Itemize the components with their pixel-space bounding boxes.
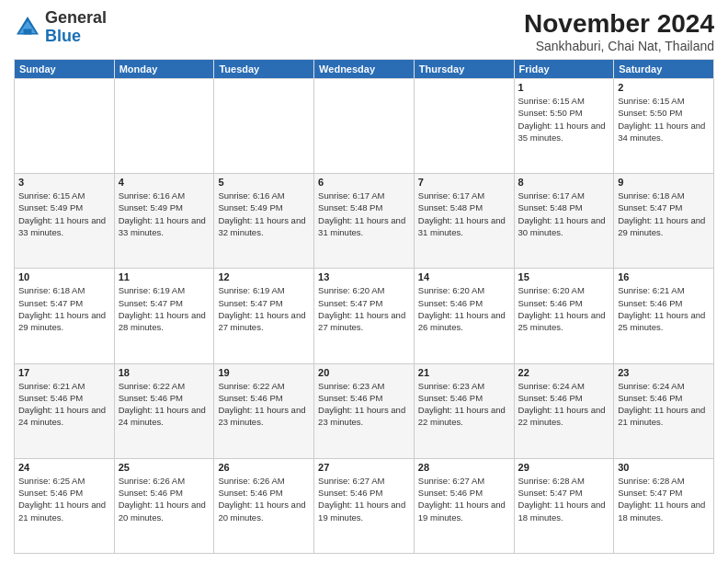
- day-info: Sunrise: 6:22 AM Sunset: 5:46 PM Dayligh…: [218, 380, 310, 429]
- day-info: Sunrise: 6:16 AM Sunset: 5:49 PM Dayligh…: [119, 190, 210, 238]
- day-number: 26: [218, 462, 310, 473]
- day-info: Sunrise: 6:20 AM Sunset: 5:46 PM Dayligh…: [518, 284, 610, 333]
- day-info: Sunrise: 6:15 AM Sunset: 5:49 PM Dayligh…: [18, 190, 110, 238]
- day-cell: 7Sunrise: 6:17 AM Sunset: 5:48 PM Daylig…: [414, 174, 514, 269]
- day-number: 21: [418, 367, 510, 378]
- day-cell: 1Sunrise: 6:15 AM Sunset: 5:50 PM Daylig…: [514, 79, 614, 174]
- day-cell: 27Sunrise: 6:27 AM Sunset: 5:46 PM Dayli…: [314, 458, 415, 553]
- day-info: Sunrise: 6:22 AM Sunset: 5:46 PM Dayligh…: [119, 380, 210, 429]
- logo-general: General: [45, 8, 107, 27]
- day-info: Sunrise: 6:19 AM Sunset: 5:47 PM Dayligh…: [218, 284, 310, 333]
- day-number: 11: [119, 271, 210, 282]
- week-row-2: 10Sunrise: 6:18 AM Sunset: 5:47 PM Dayli…: [15, 269, 714, 363]
- day-info: Sunrise: 6:18 AM Sunset: 5:47 PM Dayligh…: [18, 284, 110, 333]
- day-cell: 8Sunrise: 6:17 AM Sunset: 5:48 PM Daylig…: [514, 174, 614, 269]
- day-cell: 28Sunrise: 6:27 AM Sunset: 5:46 PM Dayli…: [414, 458, 514, 553]
- day-cell: 16Sunrise: 6:21 AM Sunset: 5:46 PM Dayli…: [614, 269, 714, 363]
- logo: General Blue: [14, 9, 107, 46]
- week-row-0: 1Sunrise: 6:15 AM Sunset: 5:50 PM Daylig…: [15, 79, 714, 174]
- day-number: 9: [618, 177, 710, 188]
- day-cell: 26Sunrise: 6:26 AM Sunset: 5:46 PM Dayli…: [214, 458, 314, 553]
- day-cell: 30Sunrise: 6:28 AM Sunset: 5:47 PM Dayli…: [614, 458, 714, 553]
- day-info: Sunrise: 6:17 AM Sunset: 5:48 PM Dayligh…: [418, 190, 510, 238]
- logo-blue: Blue: [45, 27, 81, 45]
- col-header-tuesday: Tuesday: [214, 60, 314, 79]
- day-cell: 29Sunrise: 6:28 AM Sunset: 5:47 PM Dayli…: [514, 458, 614, 553]
- day-info: Sunrise: 6:24 AM Sunset: 5:46 PM Dayligh…: [518, 380, 610, 429]
- day-info: Sunrise: 6:25 AM Sunset: 5:46 PM Dayligh…: [18, 475, 110, 523]
- day-number: 14: [418, 271, 510, 282]
- col-header-saturday: Saturday: [614, 60, 714, 79]
- day-info: Sunrise: 6:28 AM Sunset: 5:47 PM Dayligh…: [618, 475, 710, 523]
- day-number: 10: [18, 271, 110, 282]
- day-info: Sunrise: 6:17 AM Sunset: 5:48 PM Dayligh…: [318, 190, 410, 238]
- day-info: Sunrise: 6:26 AM Sunset: 5:46 PM Dayligh…: [218, 475, 310, 523]
- day-number: 25: [119, 462, 210, 473]
- day-cell: 13Sunrise: 6:20 AM Sunset: 5:47 PM Dayli…: [314, 269, 415, 363]
- calendar-header-row: SundayMondayTuesdayWednesdayThursdayFrid…: [15, 60, 714, 79]
- day-cell: 4Sunrise: 6:16 AM Sunset: 5:49 PM Daylig…: [114, 174, 214, 269]
- day-info: Sunrise: 6:21 AM Sunset: 5:46 PM Dayligh…: [18, 380, 110, 429]
- day-cell: 19Sunrise: 6:22 AM Sunset: 5:46 PM Dayli…: [214, 363, 314, 458]
- day-cell: 12Sunrise: 6:19 AM Sunset: 5:47 PM Dayli…: [214, 269, 314, 363]
- day-cell: 20Sunrise: 6:23 AM Sunset: 5:46 PM Dayli…: [314, 363, 415, 458]
- day-info: Sunrise: 6:17 AM Sunset: 5:48 PM Dayligh…: [518, 190, 610, 238]
- header: General Blue November 2024 Sankhaburi, C…: [14, 9, 714, 53]
- day-info: Sunrise: 6:20 AM Sunset: 5:47 PM Dayligh…: [318, 284, 410, 333]
- day-cell: 10Sunrise: 6:18 AM Sunset: 5:47 PM Dayli…: [15, 269, 115, 363]
- day-number: 7: [418, 177, 510, 188]
- subtitle: Sankhaburi, Chai Nat, Thailand: [524, 39, 714, 53]
- day-number: 15: [518, 271, 610, 282]
- day-info: Sunrise: 6:23 AM Sunset: 5:46 PM Dayligh…: [318, 380, 410, 429]
- day-cell: [314, 79, 415, 174]
- day-number: 13: [318, 271, 410, 282]
- day-cell: 3Sunrise: 6:15 AM Sunset: 5:49 PM Daylig…: [15, 174, 115, 269]
- day-cell: [214, 79, 314, 174]
- day-info: Sunrise: 6:27 AM Sunset: 5:46 PM Dayligh…: [418, 475, 510, 523]
- month-title: November 2024: [524, 9, 714, 39]
- day-number: 12: [218, 271, 310, 282]
- day-cell: 23Sunrise: 6:24 AM Sunset: 5:46 PM Dayli…: [614, 363, 714, 458]
- day-number: 23: [618, 367, 710, 378]
- day-number: 22: [518, 367, 610, 378]
- day-info: Sunrise: 6:15 AM Sunset: 5:50 PM Dayligh…: [618, 95, 710, 144]
- day-cell: 11Sunrise: 6:19 AM Sunset: 5:47 PM Dayli…: [114, 269, 214, 363]
- day-number: 1: [518, 82, 610, 93]
- day-number: 2: [618, 82, 710, 93]
- day-info: Sunrise: 6:19 AM Sunset: 5:47 PM Dayligh…: [119, 284, 210, 333]
- day-cell: 17Sunrise: 6:21 AM Sunset: 5:46 PM Dayli…: [15, 363, 115, 458]
- day-cell: 25Sunrise: 6:26 AM Sunset: 5:46 PM Dayli…: [114, 458, 214, 553]
- day-number: 8: [518, 177, 610, 188]
- day-number: 4: [119, 177, 210, 188]
- day-number: 30: [618, 462, 710, 473]
- title-block: November 2024 Sankhaburi, Chai Nat, Thai…: [524, 9, 714, 53]
- day-info: Sunrise: 6:20 AM Sunset: 5:46 PM Dayligh…: [418, 284, 510, 333]
- day-info: Sunrise: 6:26 AM Sunset: 5:46 PM Dayligh…: [119, 475, 210, 523]
- day-cell: 6Sunrise: 6:17 AM Sunset: 5:48 PM Daylig…: [314, 174, 415, 269]
- day-info: Sunrise: 6:23 AM Sunset: 5:46 PM Dayligh…: [418, 380, 510, 429]
- week-row-4: 24Sunrise: 6:25 AM Sunset: 5:46 PM Dayli…: [15, 458, 714, 553]
- day-cell: 24Sunrise: 6:25 AM Sunset: 5:46 PM Dayli…: [15, 458, 115, 553]
- day-number: 27: [318, 462, 410, 473]
- day-info: Sunrise: 6:16 AM Sunset: 5:49 PM Dayligh…: [218, 190, 310, 238]
- day-number: 28: [418, 462, 510, 473]
- col-header-thursday: Thursday: [414, 60, 514, 79]
- day-cell: 22Sunrise: 6:24 AM Sunset: 5:46 PM Dayli…: [514, 363, 614, 458]
- col-header-wednesday: Wednesday: [314, 60, 415, 79]
- svg-rect-2: [24, 29, 32, 34]
- day-cell: [114, 79, 214, 174]
- day-cell: 21Sunrise: 6:23 AM Sunset: 5:46 PM Dayli…: [414, 363, 514, 458]
- day-number: 24: [18, 462, 110, 473]
- day-cell: 18Sunrise: 6:22 AM Sunset: 5:46 PM Dayli…: [114, 363, 214, 458]
- day-info: Sunrise: 6:21 AM Sunset: 5:46 PM Dayligh…: [618, 284, 710, 333]
- calendar: SundayMondayTuesdayWednesdayThursdayFrid…: [14, 59, 714, 554]
- day-number: 6: [318, 177, 410, 188]
- week-row-1: 3Sunrise: 6:15 AM Sunset: 5:49 PM Daylig…: [15, 174, 714, 269]
- day-number: 3: [18, 177, 110, 188]
- day-cell: 14Sunrise: 6:20 AM Sunset: 5:46 PM Dayli…: [414, 269, 514, 363]
- day-cell: 15Sunrise: 6:20 AM Sunset: 5:46 PM Dayli…: [514, 269, 614, 363]
- logo-icon: [14, 14, 41, 41]
- day-number: 18: [119, 367, 210, 378]
- day-cell: [15, 79, 115, 174]
- day-info: Sunrise: 6:28 AM Sunset: 5:47 PM Dayligh…: [518, 475, 610, 523]
